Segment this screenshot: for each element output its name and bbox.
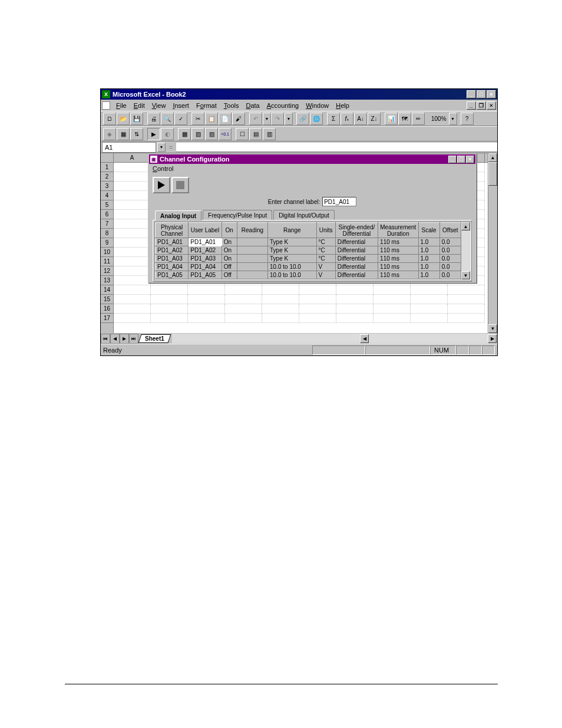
menu-file[interactable]: File [113,101,130,110]
last-sheet-button[interactable]: ⏭ [129,334,138,344]
row-header[interactable]: 2 [101,172,113,182]
doc-close-button[interactable]: × [487,101,496,110]
custom-btn-9[interactable]: +0.1 [219,128,232,140]
zoom-value[interactable]: 100% [431,116,447,122]
menu-data[interactable]: Data [242,101,263,110]
table-row[interactable]: PD1_A05PD1_A05Off10.0 to 10.0VDifferenti… [156,271,461,279]
row-header[interactable]: 7 [101,219,113,229]
table-row[interactable]: PD1_A02PD1_A02OnType K°CDifferential110 … [156,246,461,255]
menu-view[interactable]: View [148,101,170,110]
menu-edit[interactable]: Edit [130,101,148,110]
redo-dropdown[interactable]: ▼ [285,113,293,125]
scroll-up-icon[interactable]: ▲ [461,222,470,230]
close-button[interactable]: × [487,90,496,98]
custom-btn-8[interactable]: ▨ [205,128,218,140]
custom-btn-1[interactable]: ◆ [103,128,116,140]
custom-btn-11[interactable]: ▤ [249,128,262,140]
row-header[interactable]: 3 [101,182,113,191]
sort-desc-icon[interactable]: Z↓ [368,113,381,125]
hyperlink-icon[interactable]: 🔗 [296,113,309,125]
row-header[interactable]: 15 [101,295,113,304]
custom-btn-6[interactable]: ▩ [178,128,191,140]
row-header[interactable]: 10 [101,248,113,257]
row-header[interactable]: 13 [101,276,113,285]
web-toolbar-icon[interactable]: 🌐 [310,113,323,125]
doc-minimize-button[interactable]: _ [467,101,476,110]
custom-btn-play[interactable]: ▶ [147,128,160,140]
save-icon[interactable]: 💾 [130,113,143,125]
child-close-button[interactable]: × [466,156,474,163]
row-header[interactable]: 5 [101,200,113,210]
custom-btn-10[interactable]: ☐ [236,128,249,140]
paste-icon[interactable]: 📄 [219,113,232,125]
row-header[interactable]: 17 [101,314,113,323]
channel-label-input[interactable]: PD1_A01 [322,197,356,206]
grid[interactable]: ABCDEFGHIJ ▣ Channel Configuration _ □ ×… [114,153,488,333]
custom-btn-5[interactable]: ◐ [161,128,174,140]
next-sheet-button[interactable]: ▶ [120,334,129,344]
row-header[interactable]: 16 [101,304,113,314]
table-scrollbar[interactable]: ▲ ▼ [461,222,471,279]
col-units[interactable]: Units [316,223,335,238]
table-row[interactable]: PD1_A04PD1_A04Off10.0 to 10.0VDifferenti… [156,263,461,271]
open-icon[interactable]: 📂 [117,113,130,125]
preview-icon[interactable]: 🔍 [161,113,174,125]
minimize-button[interactable]: _ [467,90,476,98]
custom-btn-3[interactable]: ⇅ [130,128,143,140]
sheet-tab-1[interactable]: Sheet1 [138,334,171,343]
name-box[interactable]: A1 [102,142,156,153]
copy-icon[interactable]: 📋 [205,113,218,125]
row-header[interactable]: 6 [101,210,113,219]
formula-input[interactable] [176,143,497,152]
row-header[interactable]: 8 [101,229,113,238]
col-duration[interactable]: Measurement Duration [378,223,418,238]
function-icon[interactable]: fₓ [340,113,353,125]
map-icon[interactable]: 🗺 [398,113,411,125]
spelling-icon[interactable]: ✓ [174,113,187,125]
menu-tools[interactable]: Tools [220,101,243,110]
row-header[interactable]: 4 [101,191,113,200]
autosum-icon[interactable]: Σ [327,113,340,125]
menu-accounting[interactable]: Accounting [263,101,302,110]
custom-btn-2[interactable]: ▦ [117,128,130,140]
menu-window[interactable]: Window [302,101,332,110]
zoom-dropdown[interactable]: ▼ [449,113,457,125]
col-offset[interactable]: Offset [439,223,461,238]
col-on[interactable]: On [222,223,237,238]
stop-button[interactable] [171,177,189,193]
hscroll-right-button[interactable]: ▶ [488,334,497,343]
child-minimize-button[interactable]: _ [448,156,457,163]
help-icon[interactable]: ? [461,113,474,125]
row-header[interactable]: 1 [101,163,113,172]
col-single-diff[interactable]: Single-ended/ Differential [335,223,378,238]
maximize-button[interactable]: □ [477,90,486,98]
channel-table[interactable]: Physical Channel User Label On Reading R… [155,222,461,279]
sort-asc-icon[interactable]: A↓ [354,113,367,125]
col-user-label[interactable]: User Label [189,223,222,238]
sheet-scroll-thumb[interactable] [488,162,497,186]
sheet-hscrollbar[interactable]: ◀ ▶ [172,334,497,343]
tab-analog-input[interactable]: Analog Input [155,210,201,220]
chart-wizard-icon[interactable]: 📊 [385,113,398,125]
sheet-scroll-down[interactable]: ▼ [488,324,497,333]
table-row[interactable]: PD1_A03PD1_A03OnType K°CDifferential110 … [156,255,461,263]
column-header[interactable]: A [114,153,151,162]
menu-control[interactable]: Control [153,165,173,172]
row-header[interactable]: 9 [101,238,113,248]
drawing-icon[interactable]: ✏ [412,113,425,125]
col-scale[interactable]: Scale [418,223,439,238]
custom-btn-7[interactable]: ▧ [191,128,204,140]
new-icon[interactable]: 🗋 [103,113,116,125]
col-physical-channel[interactable]: Physical Channel [156,223,189,238]
row-header[interactable]: 14 [101,285,113,295]
redo-icon[interactable]: ↷ [271,113,284,125]
table-row[interactable]: PD1_A01PD1_A01OnType K°CDifferential110 … [156,238,461,246]
play-button[interactable] [153,177,170,193]
select-all-corner[interactable] [101,153,113,163]
col-range[interactable]: Range [268,223,316,238]
menu-insert[interactable]: Insert [169,101,193,110]
scroll-down-icon[interactable]: ▼ [461,271,470,279]
cut-icon[interactable]: ✂ [191,113,204,125]
name-box-dropdown[interactable]: ▼ [157,143,166,152]
custom-btn-12[interactable]: ▥ [263,128,276,140]
